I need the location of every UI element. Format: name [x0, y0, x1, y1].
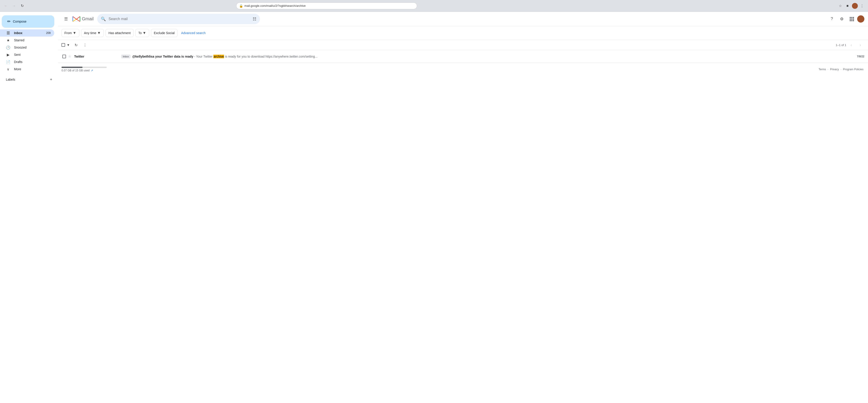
exclude-social-label: Exclude Social	[154, 31, 175, 35]
footer-storage: 0.07 GB of 15 GB used ⇗	[61, 67, 107, 72]
sent-icon: ▶	[6, 53, 10, 57]
compose-button[interactable]: ✏ Compose	[2, 15, 54, 28]
email-inbox-badge: Inbox	[121, 55, 130, 58]
browser-extensions-btn[interactable]: ◾	[844, 3, 851, 9]
storage-bar-container	[61, 67, 107, 68]
sidebar-item-label-sent: Sent	[14, 53, 51, 57]
email-toolbar: ▼ ↻ ⋮ 1–1 of 1 ‹ ›	[58, 40, 868, 50]
from-filter-chip[interactable]: From ▼	[61, 29, 79, 37]
search-bar[interactable]: 🔍 ☷	[97, 14, 260, 24]
gmail-text: Gmail	[82, 16, 94, 22]
program-policies-link[interactable]: Program Policies	[843, 68, 864, 71]
privacy-link[interactable]: Privacy	[830, 68, 839, 71]
user-avatar[interactable]	[857, 15, 864, 23]
storage-text: 0.07 GB of 15 GB used ⇗	[61, 69, 107, 72]
search-filter-button[interactable]: ☷	[253, 16, 256, 22]
browser-menu-btn[interactable]: ⋮	[859, 3, 865, 9]
separator-1: ·	[828, 68, 828, 71]
sidebar-item-snoozed[interactable]: 🕐 Snoozed	[0, 44, 54, 51]
compose-icon: ✏	[7, 19, 11, 24]
anytime-filter-arrow: ▼	[97, 31, 101, 35]
email-checkbox[interactable]	[62, 55, 66, 58]
to-filter-chip[interactable]: To ▼	[135, 29, 149, 37]
email-star-button[interactable]: ★	[68, 54, 71, 59]
more-options-button[interactable]: ⋮	[81, 41, 89, 49]
browser-forward-btn[interactable]: →	[11, 3, 17, 9]
labels-title: Labels	[6, 78, 15, 81]
svg-rect-2	[853, 17, 854, 18]
labels-add-button[interactable]: +	[48, 76, 54, 83]
terms-link[interactable]: Terms	[818, 68, 826, 71]
sidebar-item-label-starred: Starred	[14, 38, 51, 42]
email-sender: Twitter	[74, 55, 119, 58]
select-dropdown-button[interactable]: ▼	[66, 42, 71, 48]
compose-label: Compose	[13, 20, 26, 23]
header-menu-button[interactable]: ☰	[61, 14, 70, 24]
sidebar-item-label-more: More	[14, 67, 51, 71]
browser-right-icons: ☆ ◾ ⋮	[837, 3, 865, 9]
more-chevron-icon: ∨	[6, 67, 10, 71]
settings-button[interactable]: ⚙	[837, 14, 846, 24]
sidebar-item-label-inbox: Inbox	[14, 31, 42, 35]
exclude-social-filter-chip[interactable]: Exclude Social	[151, 29, 178, 37]
sidebar-item-starred[interactable]: ★ Starred	[0, 37, 54, 44]
main-content: ☰ Gmail 🔍 ☷ ? ⚙	[58, 12, 868, 403]
sidebar: ✏ Compose ☰ Inbox 209 ★ Starred 🕐 Snooze…	[0, 12, 58, 403]
browser-address-bar: 🔒 mail.google.com/mail/u/2/?ogbl#search/…	[236, 2, 417, 9]
search-filters-bar: From ▼ Any time ▼ Has attachment To ▼ Ex…	[58, 26, 868, 40]
svg-rect-5	[853, 19, 854, 20]
lock-icon: 🔒	[239, 4, 243, 8]
app-container: ✏ Compose ☰ Inbox 209 ★ Starred 🕐 Snooze…	[0, 12, 868, 403]
anytime-filter-chip[interactable]: Any time ▼	[81, 29, 104, 37]
apps-grid-icon	[849, 17, 854, 21]
browser-bookmark-btn[interactable]: ☆	[837, 3, 844, 9]
email-date: 7/8/22	[857, 55, 864, 58]
email-toolbar-left: ▼ ↻ ⋮	[61, 41, 89, 49]
svg-rect-1	[851, 17, 852, 18]
pagination-prev-button[interactable]: ‹	[847, 41, 855, 49]
svg-rect-7	[851, 20, 852, 21]
select-all-checkbox[interactable]	[61, 43, 65, 47]
sidebar-item-drafts[interactable]: 📄 Drafts	[0, 58, 54, 66]
help-button[interactable]: ?	[827, 14, 836, 24]
labels-section-header: Labels +	[0, 74, 58, 83]
svg-rect-6	[850, 20, 851, 21]
refresh-button[interactable]: ↻	[72, 41, 80, 49]
storage-link-icon[interactable]: ⇗	[91, 69, 93, 72]
browser-profile-btn[interactable]	[852, 3, 858, 9]
select-all-checkbox-group[interactable]: ▼	[61, 42, 71, 48]
sidebar-item-sent[interactable]: ▶ Sent	[0, 51, 54, 58]
starred-icon: ★	[6, 38, 10, 42]
from-filter-label: From	[64, 31, 72, 35]
email-subject: @kellybethlisa your Twitter data is read…	[132, 55, 193, 58]
inbox-icon: ☰	[6, 31, 10, 35]
snoozed-icon: 🕐	[6, 45, 10, 50]
browser-back-btn[interactable]: ←	[3, 3, 9, 9]
sidebar-item-more[interactable]: ∨ More	[0, 66, 54, 73]
apps-button[interactable]	[847, 14, 856, 24]
from-filter-arrow: ▼	[73, 31, 76, 35]
content-area: From ▼ Any time ▼ Has attachment To ▼ Ex…	[58, 26, 868, 403]
app-header: ☰ Gmail 🔍 ☷ ? ⚙	[58, 12, 868, 26]
browser-url: mail.google.com/mail/u/2/?ogbl#search/ar…	[244, 4, 306, 7]
browser-chrome: ← → ↻ 🔒 mail.google.com/mail/u/2/?ogbl#s…	[0, 0, 868, 12]
svg-rect-0	[850, 17, 851, 18]
search-input[interactable]	[108, 17, 250, 21]
email-list: ★ Twitter Inbox @kellybethlisa your Twit…	[58, 50, 868, 63]
browser-reload-btn[interactable]: ↻	[19, 3, 25, 9]
advanced-search-link[interactable]: Advanced search	[179, 30, 207, 36]
pagination-next-button[interactable]: ›	[856, 41, 864, 49]
has-attachment-filter-chip[interactable]: Has attachment	[105, 29, 133, 37]
email-preview: @kellybethlisa your Twitter data is read…	[132, 55, 853, 58]
has-attachment-label: Has attachment	[108, 31, 131, 35]
header-right-actions: ? ⚙	[827, 14, 864, 24]
table-row[interactable]: ★ Twitter Inbox @kellybethlisa your Twit…	[58, 50, 868, 63]
email-snippet-after: is ready for you to download https://any…	[224, 55, 317, 58]
sidebar-item-inbox[interactable]: ☰ Inbox 209	[0, 29, 54, 37]
to-filter-label: To	[138, 31, 142, 35]
svg-rect-4	[851, 19, 852, 20]
sidebar-item-label-snoozed: Snoozed	[14, 46, 51, 49]
browser-avatar	[852, 3, 858, 9]
search-button[interactable]: 🔍	[101, 16, 106, 22]
storage-used-text: 0.07 GB of 15 GB used	[61, 69, 90, 72]
